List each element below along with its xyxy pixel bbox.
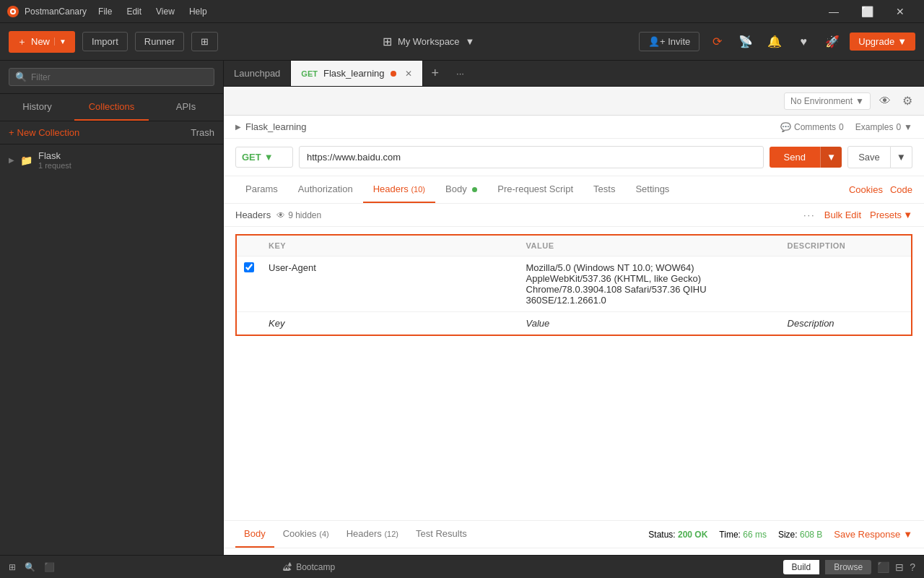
- env-eye-button[interactable]: 👁: [876, 92, 894, 111]
- filter-input[interactable]: [31, 72, 208, 82]
- title-bar: PostmanCanary File Edit View Help — ⬜ ✕: [0, 0, 924, 23]
- method-select[interactable]: GET ▼: [235, 147, 293, 168]
- plus-icon: ＋: [17, 35, 27, 48]
- comments-button[interactable]: 💬 Comments 0: [780, 122, 844, 132]
- env-gear-button[interactable]: ⚙: [899, 91, 915, 111]
- send-button[interactable]: Send: [770, 147, 820, 168]
- sidebar-tab-collections[interactable]: Collections: [74, 94, 149, 121]
- toolbar-right: 👤+ Invite ⟳ 📡 🔔 ♥ 🚀 Upgrade ▼: [639, 30, 915, 53]
- console-button[interactable]: ⬛: [44, 562, 55, 572]
- save-button[interactable]: Save: [847, 146, 891, 168]
- size-value: 608 B: [800, 530, 822, 540]
- code-button[interactable]: Code: [890, 184, 912, 195]
- menu-view[interactable]: View: [150, 5, 180, 18]
- req-tab-params[interactable]: Params: [235, 176, 288, 203]
- presets-chevron-icon: ▼: [903, 210, 912, 220]
- tab-flask-learning[interactable]: GET Flask_learning ✕: [291, 61, 422, 86]
- empty-key-cell[interactable]: Key: [261, 312, 519, 336]
- tab-method-label: GET: [301, 69, 318, 78]
- examples-button[interactable]: Examples 0 ▼: [855, 122, 912, 132]
- layout-icon-button[interactable]: ⬛: [877, 561, 889, 573]
- tab-launchpad-label: Launchpad: [234, 68, 280, 79]
- workspace-chevron-icon: ▼: [466, 36, 475, 47]
- tab-launchpad[interactable]: Launchpad: [224, 61, 291, 86]
- row-value[interactable]: Mozilla/5.0 (Windows NT 10.0; WOW64) App…: [519, 256, 780, 312]
- table-row: User-Agent Mozilla/5.0 (Windows NT 10.0;…: [236, 256, 912, 312]
- minimize-button[interactable]: —: [817, 0, 850, 23]
- breadcrumb[interactable]: Flask_learning: [245, 121, 307, 132]
- save-dropdown-button[interactable]: ▼: [891, 146, 912, 168]
- req-tab-settings[interactable]: Settings: [625, 176, 679, 203]
- menu-help[interactable]: Help: [183, 5, 213, 18]
- eye-icon: 👁: [276, 210, 285, 220]
- empty-value-cell[interactable]: Value: [519, 312, 780, 336]
- row-key[interactable]: User-Agent: [261, 256, 519, 312]
- tab-more-button[interactable]: ···: [448, 68, 473, 79]
- app-title: PostmanCanary: [25, 7, 87, 17]
- req-tab-authorization[interactable]: Authorization: [288, 176, 363, 203]
- response-tab-headers[interactable]: Headers (12): [338, 521, 407, 548]
- collection-info: Flask 1 request: [38, 150, 214, 170]
- workspace-switcher[interactable]: ⊞ My Workspace ▼: [374, 31, 484, 52]
- trash-button[interactable]: Trash: [191, 127, 214, 138]
- sidebar: 🔍 History Collections APIs + New Collect…: [0, 61, 224, 578]
- env-select[interactable]: No Environment ▼: [784, 92, 871, 110]
- split-icon-button[interactable]: ⊟: [895, 561, 904, 573]
- upgrade-button[interactable]: Upgrade ▼: [850, 33, 915, 51]
- build-button[interactable]: Build: [783, 560, 820, 574]
- invite-button[interactable]: 👤+ Invite: [639, 32, 699, 51]
- sidebar-toggle-button[interactable]: ⊞: [9, 562, 16, 572]
- user-avatar[interactable]: 🚀: [821, 30, 844, 53]
- interceptor-button[interactable]: 📡: [734, 30, 757, 53]
- req-tab-headers[interactable]: Headers (10): [363, 176, 435, 203]
- sidebar-tabs: History Collections APIs: [0, 94, 223, 121]
- req-tab-tests[interactable]: Tests: [583, 176, 625, 203]
- bootcamp-button[interactable]: 🏕 Bootcamp: [283, 562, 335, 572]
- tab-close-icon[interactable]: ✕: [405, 69, 412, 79]
- response-tab-test-results[interactable]: Test Results: [407, 521, 476, 548]
- search-input-wrap[interactable]: 🔍: [9, 68, 214, 86]
- maximize-button[interactable]: ⬜: [850, 0, 884, 23]
- browse-button[interactable]: Browse: [825, 560, 871, 574]
- new-dropdown-arrow[interactable]: ▼: [54, 38, 66, 46]
- req-tab-body[interactable]: Body: [435, 176, 487, 203]
- hidden-headers-badge[interactable]: 👁 9 hidden: [276, 210, 321, 220]
- menu-edit[interactable]: Edit: [121, 5, 147, 18]
- cookies-button[interactable]: Cookies: [849, 184, 883, 195]
- notifications-button[interactable]: 🔔: [763, 30, 786, 53]
- sync-button[interactable]: ⟳: [705, 30, 728, 53]
- search-icon: 🔍: [15, 72, 27, 82]
- save-response-button[interactable]: Save Response ▼: [834, 529, 912, 540]
- req-tab-pre-request[interactable]: Pre-request Script: [487, 176, 583, 203]
- bottom-bar: ⊞ 🔍 ⬛ 🏕 Bootcamp Build Browse ⬛ ⊟ ?: [0, 555, 924, 578]
- new-collection-button[interactable]: + New Collection: [9, 127, 79, 138]
- tab-flask-learning-label: Flask_learning: [323, 68, 385, 79]
- import-button[interactable]: Import: [82, 32, 128, 51]
- sidebar-tab-history[interactable]: History: [0, 94, 74, 121]
- help-icon-button[interactable]: ?: [910, 561, 915, 573]
- collection-item[interactable]: ▶ 📁 Flask 1 request: [0, 144, 223, 176]
- runner-button[interactable]: Runner: [135, 32, 185, 51]
- url-input[interactable]: [299, 146, 764, 168]
- send-dropdown-button[interactable]: ▼: [820, 147, 842, 168]
- sidebar-tab-apis[interactable]: APIs: [149, 94, 223, 121]
- collection-meta: 1 request: [38, 161, 214, 170]
- close-button[interactable]: ✕: [884, 0, 917, 23]
- menu-file[interactable]: File: [92, 5, 118, 18]
- response-tab-body[interactable]: Body: [235, 521, 274, 548]
- empty-desc-cell[interactable]: Description: [780, 312, 912, 336]
- bulk-edit-button[interactable]: Bulk Edit: [824, 210, 861, 220]
- search-bottom-button[interactable]: 🔍: [25, 562, 35, 572]
- heart-button[interactable]: ♥: [792, 30, 815, 53]
- svg-point-2: [12, 10, 14, 13]
- tab-add-button[interactable]: +: [423, 66, 448, 81]
- new-button[interactable]: ＋ New ▼: [9, 31, 75, 53]
- row-description[interactable]: [780, 256, 912, 312]
- presets-button[interactable]: Presets ▼: [870, 210, 912, 220]
- more-options-button[interactable]: ···: [803, 210, 816, 220]
- toolbar: ＋ New ▼ Import Runner ⊞ ⊞ My Workspace ▼…: [0, 23, 924, 61]
- workspace-icon-button[interactable]: ⊞: [191, 32, 218, 51]
- sidebar-search: 🔍: [0, 61, 223, 94]
- response-tab-cookies[interactable]: Cookies (4): [274, 521, 338, 548]
- row-checkbox[interactable]: [244, 262, 254, 272]
